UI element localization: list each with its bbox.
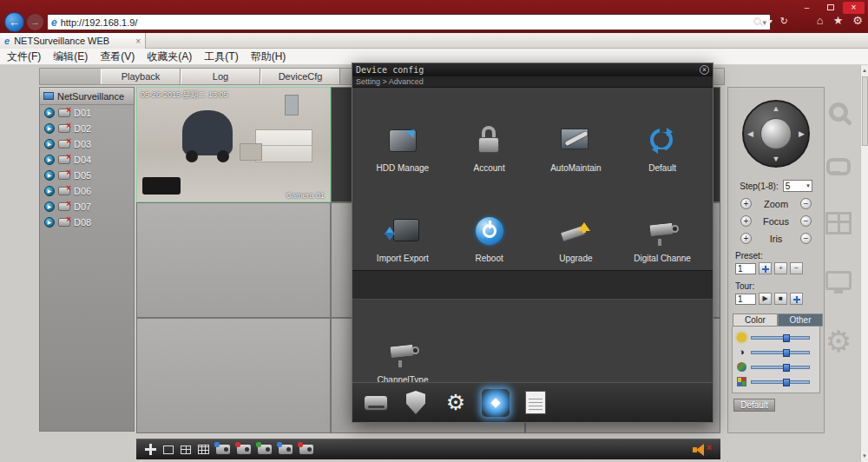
camera-offline-icon[interactable] — [58, 202, 70, 211]
menu-tools[interactable]: 工具(T) — [204, 50, 238, 64]
stream-state-icon[interactable]: ▶ — [44, 186, 55, 196]
stream-state-icon[interactable]: ▶ — [44, 108, 55, 118]
menu-file[interactable]: 文件(F) — [7, 50, 41, 64]
preset-del-button[interactable]: − — [790, 262, 803, 274]
refresh-icon[interactable]: ↻ — [780, 16, 788, 27]
stream-state-icon[interactable]: ▶ — [44, 170, 55, 181]
menu-edit[interactable]: 编辑(E) — [53, 50, 88, 64]
channel-row[interactable]: ▶ D08 — [40, 214, 134, 230]
category-security-button[interactable] — [401, 388, 431, 418]
stream-state-icon[interactable]: ▶ — [44, 139, 55, 149]
tree-root[interactable]: NetSurveillance — [40, 88, 134, 105]
scroll-up-icon[interactable]: ▲ — [861, 65, 868, 76]
category-storage-button[interactable] — [361, 388, 391, 418]
brightness-slider[interactable] — [751, 336, 810, 340]
ptz-down-icon[interactable]: ▼ — [773, 155, 780, 163]
tab-color[interactable]: Color — [733, 314, 778, 327]
minimize-button[interactable]: – — [796, 2, 818, 14]
video-cell-4[interactable] — [136, 202, 331, 318]
close-window-button[interactable]: × — [843, 2, 865, 14]
channel-row[interactable]: ▶ D01 — [40, 105, 134, 121]
hue-slider[interactable] — [751, 380, 810, 384]
video-cell-7[interactable] — [136, 318, 331, 433]
local-playback-icon[interactable] — [825, 271, 852, 290]
focus-minus-button[interactable]: − — [800, 215, 812, 227]
tour-input[interactable] — [735, 294, 756, 305]
ptz-up-icon[interactable]: ▲ — [773, 104, 780, 113]
scroll-down-icon[interactable]: ▼ — [861, 451, 868, 462]
color-default-button[interactable]: Default — [733, 399, 775, 412]
config-item-default[interactable]: Default — [619, 88, 706, 178]
tab-other[interactable]: Other — [778, 314, 823, 327]
channel-row[interactable]: ▶ D02 — [40, 121, 134, 136]
tour-add-button[interactable] — [790, 293, 803, 305]
tab-close-icon[interactable]: × — [135, 36, 141, 46]
slider-thumb[interactable] — [783, 379, 790, 386]
home-icon[interactable]: ⌂ — [817, 14, 824, 27]
tab-playback[interactable]: Playback — [101, 69, 181, 84]
favorites-icon[interactable]: ★ — [833, 14, 844, 27]
category-system-button[interactable]: ⚙ — [441, 388, 470, 418]
video-cell-1[interactable]: 05-26-2015 星期二 13:05 Camera 01 — [136, 87, 331, 202]
forward-button[interactable]: → — [27, 14, 43, 30]
menu-help[interactable]: 帮助(H) — [251, 50, 286, 64]
preset-goto-button[interactable] — [759, 262, 772, 274]
config-gear-icon[interactable]: ⚙ — [825, 327, 852, 356]
menu-view[interactable]: 查看(V) — [100, 50, 135, 64]
config-item-automaintain[interactable]: AutoMaintain — [533, 88, 620, 178]
preset-add-button[interactable]: + — [774, 262, 787, 274]
iris-minus-button[interactable]: − — [800, 233, 812, 244]
config-item-digital-channel[interactable]: Digital Channe — [619, 178, 706, 268]
category-info-button[interactable] — [521, 388, 550, 418]
tab-log[interactable]: Log — [181, 69, 260, 84]
url-text[interactable]: http://192.168.1.9/ — [61, 17, 760, 28]
config-item-hdd-manage[interactable]: HDD Manage — [359, 88, 446, 178]
search-icon[interactable] — [753, 17, 761, 25]
zoom-minus-button[interactable]: − — [800, 198, 812, 209]
browser-tab[interactable]: e NETSurveillance WEB × — [0, 33, 146, 49]
slider-thumb[interactable] — [783, 334, 790, 342]
quad-view-icon[interactable] — [181, 446, 191, 454]
ptz-right-icon[interactable]: ▶ — [799, 129, 805, 138]
single-view-icon[interactable] — [163, 446, 174, 454]
digital-zoom-icon[interactable] — [829, 102, 848, 122]
audio-mute-icon[interactable]: × — [693, 444, 712, 456]
preset-input[interactable] — [735, 263, 756, 274]
settings-gear-icon[interactable]: ⚙ — [852, 14, 863, 27]
playback-icon[interactable] — [258, 445, 272, 454]
stream-state-icon[interactable]: ▶ — [44, 201, 55, 212]
stream-state-icon[interactable]: ▶ — [44, 217, 55, 228]
contrast-slider[interactable] — [751, 351, 810, 354]
stream-state-icon[interactable]: ▶ — [44, 123, 55, 134]
nine-view-icon[interactable] — [198, 445, 209, 454]
camera-offline-icon[interactable] — [58, 187, 70, 195]
camera-offline-icon[interactable] — [58, 140, 70, 148]
iris-plus-button[interactable]: + — [740, 233, 752, 244]
channel-row[interactable]: ▶ D07 — [40, 199, 134, 214]
channel-row[interactable]: ▶ D05 — [40, 168, 134, 183]
tour-stop-button[interactable]: ■ — [774, 293, 787, 305]
pan-tool-icon[interactable] — [145, 444, 156, 455]
tour-start-button[interactable]: ▶ — [759, 293, 772, 305]
camera-offline-icon[interactable] — [58, 124, 70, 133]
page-scrollbar[interactable]: ▲ ▼ — [860, 65, 868, 462]
maximize-button[interactable] — [819, 2, 841, 14]
camera-offline-icon[interactable] — [58, 109, 70, 117]
camera-offline-icon[interactable] — [58, 218, 70, 227]
saturation-slider[interactable] — [751, 366, 810, 369]
tab-devicecfg[interactable]: DeviceCfg — [260, 69, 340, 84]
search-dropdown-icon[interactable]: ▾ — [769, 17, 773, 25]
zoom-plus-button[interactable]: + — [740, 198, 752, 209]
ptz-joystick[interactable]: ▲ ▼ ◀ ▶ — [742, 100, 810, 168]
multi-screen-icon[interactable] — [825, 212, 852, 234]
config-item-channeltype[interactable]: ChannelType — [359, 300, 446, 390]
config-item-import-export[interactable]: Import Export — [359, 178, 446, 268]
stream-switch-icon[interactable] — [279, 445, 293, 454]
dialog-close-button[interactable]: × — [700, 65, 709, 75]
category-advanced-button-active[interactable] — [481, 388, 510, 418]
stream-state-icon[interactable]: ▶ — [44, 155, 55, 165]
slider-thumb[interactable] — [783, 364, 790, 372]
snapshot-icon[interactable] — [216, 445, 230, 454]
config-item-account[interactable]: Account — [446, 88, 533, 178]
dialog-titlebar[interactable]: Device config × — [352, 63, 713, 76]
